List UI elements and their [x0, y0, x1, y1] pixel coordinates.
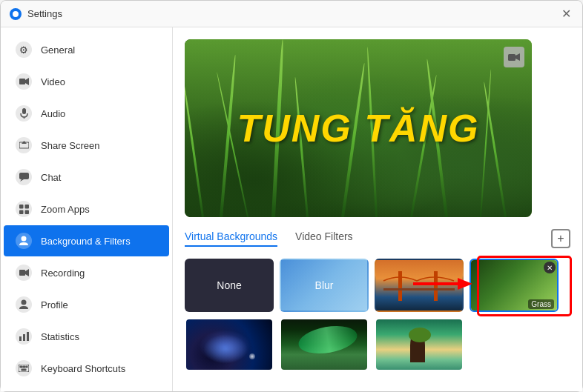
background-filters-icon — [16, 233, 32, 249]
thumb-none-label: None — [217, 279, 241, 291]
app-icon — [10, 8, 22, 20]
svg-rect-18 — [23, 334, 25, 341]
sidebar-item-zoom-apps[interactable]: Zoom Apps — [4, 193, 169, 225]
main-content: ⚙ General Video Audio — [1, 27, 582, 391]
thumb-blur[interactable]: Blur — [280, 259, 369, 312]
window-title: Settings — [27, 8, 62, 19]
sidebar: ⚙ General Video Audio — [1, 27, 173, 391]
thumb-bridge[interactable] — [375, 259, 464, 312]
sidebar-label-video: Video — [41, 76, 65, 87]
svg-marker-2 — [25, 78, 29, 85]
thumbnails-row-2 — [185, 318, 570, 371]
close-button[interactable]: ✕ — [559, 7, 573, 21]
settings-window: Settings ✕ ⚙ General Video Audio — [0, 0, 583, 392]
keyboard-shortcuts-icon — [16, 360, 32, 376]
sidebar-item-video[interactable]: Video — [4, 66, 169, 97]
thumb-beach[interactable] — [375, 318, 464, 371]
sidebar-item-statistics[interactable]: Statistics — [4, 321, 169, 352]
thumb-grass[interactable]: ✕ Grass — [470, 259, 559, 312]
sidebar-item-accessibility[interactable]: Accessibility — [4, 385, 169, 391]
svg-rect-9 — [19, 205, 24, 209]
tab-video-filters[interactable]: Video Filters — [295, 230, 353, 247]
sidebar-label-recording: Recording — [41, 268, 85, 279]
sidebar-label-zoom-apps: Zoom Apps — [41, 204, 90, 215]
svg-rect-35 — [434, 271, 438, 301]
sidebar-item-keyboard-shortcuts[interactable]: Keyboard Shortcuts — [4, 353, 169, 384]
svg-rect-19 — [27, 332, 29, 341]
svg-rect-12 — [24, 210, 29, 214]
titlebar: Settings ✕ — [1, 1, 582, 27]
video-icon — [16, 73, 32, 90]
svg-rect-22 — [23, 366, 25, 368]
sidebar-label-chat: Chat — [41, 172, 61, 183]
thumb-space[interactable] — [185, 318, 274, 371]
sidebar-item-recording[interactable]: Recording — [4, 257, 169, 288]
thumb-blur-label: Blur — [315, 279, 334, 291]
sidebar-label-keyboard-shortcuts: Keyboard Shortcuts — [41, 363, 125, 374]
camera-button[interactable] — [504, 47, 524, 67]
svg-rect-24 — [22, 369, 26, 371]
svg-marker-15 — [25, 269, 29, 276]
svg-marker-31 — [516, 53, 520, 61]
sidebar-label-profile: Profile — [41, 299, 68, 310]
sidebar-item-chat[interactable]: Chat — [4, 162, 169, 193]
preview-bg: TUNG TĂNG — [185, 39, 532, 217]
svg-rect-30 — [508, 54, 516, 61]
sidebar-label-statistics: Statistics — [41, 331, 79, 342]
thumb-none[interactable]: None — [185, 259, 274, 312]
tabs-left: Virtual Backgrounds Video Filters — [185, 230, 353, 247]
svg-rect-36 — [383, 288, 455, 290]
sidebar-label-background-filters: Background & Filters — [41, 236, 131, 247]
tab-virtual-backgrounds[interactable]: Virtual Backgrounds — [185, 230, 277, 247]
svg-rect-21 — [20, 366, 22, 368]
share-screen-icon — [16, 137, 32, 153]
preview-name-text: TUNG TĂNG — [237, 106, 479, 150]
recording-icon — [16, 265, 32, 281]
titlebar-left: Settings — [10, 8, 62, 20]
svg-rect-7 — [19, 173, 29, 179]
sidebar-item-audio[interactable]: Audio — [4, 98, 169, 129]
add-background-button[interactable]: + — [551, 229, 570, 248]
audio-icon — [16, 105, 32, 122]
thumb-grass-label: Grass — [528, 299, 554, 309]
profile-icon — [16, 296, 32, 313]
svg-rect-17 — [19, 336, 22, 341]
general-icon: ⚙ — [16, 41, 32, 58]
svg-rect-1 — [19, 79, 25, 84]
svg-rect-23 — [26, 366, 27, 368]
svg-rect-33 — [376, 297, 462, 310]
thumb-aurora[interactable] — [280, 318, 369, 371]
svg-point-0 — [13, 11, 19, 17]
svg-point-13 — [22, 236, 27, 242]
chat-icon — [16, 169, 32, 185]
svg-point-16 — [22, 300, 27, 305]
sidebar-label-general: General — [41, 44, 75, 56]
thumb-close-button[interactable]: ✕ — [544, 262, 556, 273]
svg-rect-14 — [19, 270, 25, 276]
svg-rect-34 — [398, 271, 402, 301]
sidebar-item-background-filters[interactable]: Background & Filters — [4, 225, 169, 256]
svg-marker-8 — [20, 179, 24, 182]
svg-rect-3 — [22, 108, 26, 114]
thumbnails-row-1: None Blur — [185, 259, 570, 312]
sidebar-item-general[interactable]: ⚙ General — [4, 34, 169, 65]
statistics-icon — [16, 328, 32, 345]
sidebar-item-profile[interactable]: Profile — [4, 289, 169, 320]
background-preview: TUNG TĂNG — [185, 39, 532, 217]
main-panel: TUNG TĂNG Virtual Backgrounds Video Filt… — [173, 27, 582, 391]
svg-rect-10 — [24, 205, 29, 209]
svg-rect-11 — [19, 210, 24, 214]
sidebar-item-share-screen[interactable]: Share Screen — [4, 130, 169, 161]
sidebar-label-share-screen: Share Screen — [41, 140, 100, 151]
tabs-container: Virtual Backgrounds Video Filters + — [185, 229, 570, 248]
zoom-apps-icon — [16, 201, 32, 217]
sidebar-label-audio: Audio — [41, 108, 65, 119]
